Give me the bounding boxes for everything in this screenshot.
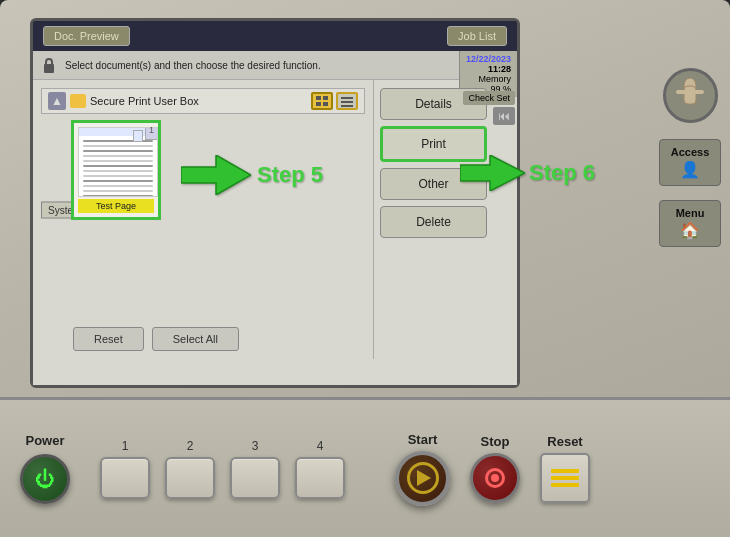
stop-section: Stop <box>470 434 520 503</box>
access-button[interactable]: Access 👤 <box>659 139 721 186</box>
bottom-buttons: Reset Select All <box>73 327 239 351</box>
svg-rect-2 <box>323 96 328 100</box>
num2-label: 2 <box>187 439 194 453</box>
reset-button[interactable]: Reset <box>73 327 144 351</box>
doc-count: 1 <box>149 125 154 135</box>
select-all-button[interactable]: Select All <box>152 327 239 351</box>
doc-lines <box>83 140 153 197</box>
reset-hw-label: Reset <box>547 434 582 449</box>
grid-view-button[interactable] <box>311 92 333 110</box>
number-buttons: 1 2 3 4 <box>100 439 345 499</box>
start-label: Start <box>408 432 438 447</box>
folder-icon <box>70 94 86 108</box>
doc-grid-area: System <box>41 120 365 300</box>
play-icon <box>417 470 431 486</box>
stop-inner <box>485 468 505 488</box>
num1-section: 1 <box>100 439 150 499</box>
step6-label: Step 6 <box>529 160 595 186</box>
printer-body: Doc. Preview Job List Select document(s)… <box>0 0 730 537</box>
num4-button[interactable] <box>295 457 345 499</box>
num4-label: 4 <box>317 439 324 453</box>
reset-hw-section: Reset <box>540 434 590 503</box>
control-panel: Power ⏻ 1 2 3 4 Start <box>0 397 730 537</box>
lock-icon <box>41 56 57 74</box>
start-button[interactable] <box>395 451 450 506</box>
svg-rect-3 <box>316 102 321 106</box>
stop-label: Stop <box>481 434 510 449</box>
num2-section: 2 <box>165 439 215 499</box>
stop-dot <box>491 474 499 482</box>
step6-arrow <box>460 155 525 191</box>
info-message: Select document(s) and then choose the d… <box>65 60 509 71</box>
view-icons <box>311 92 358 110</box>
num3-section: 3 <box>230 439 280 499</box>
delete-button[interactable]: Delete <box>380 206 487 238</box>
svg-rect-5 <box>341 97 353 99</box>
doc-name: Test Page <box>78 199 154 213</box>
doc-preview-button[interactable]: Doc. Preview <box>43 26 130 46</box>
access-label: Access <box>664 146 716 158</box>
step5-arrow <box>181 155 251 195</box>
step5-label: Step 5 <box>257 162 323 188</box>
reset-line-2 <box>551 476 579 480</box>
info-bar: Select document(s) and then choose the d… <box>33 51 517 80</box>
svg-rect-7 <box>341 105 353 107</box>
date-text: 12/22/2023 <box>466 54 511 64</box>
start-inner <box>407 462 439 494</box>
up-button[interactable]: ▲ <box>48 92 66 110</box>
list-view-button[interactable] <box>336 92 358 110</box>
num3-button[interactable] <box>230 457 280 499</box>
touchscreen-icon <box>663 68 718 123</box>
reset-line-1 <box>551 469 579 473</box>
num4-section: 4 <box>295 439 345 499</box>
time-text: 11:28 <box>466 64 511 74</box>
svg-rect-0 <box>44 64 54 73</box>
right-action-panel: Details Print Other Delete <box>373 80 493 359</box>
screen-container: Doc. Preview Job List Select document(s)… <box>30 18 520 388</box>
hand-icon <box>675 78 705 113</box>
step6-annotation: Step 6 <box>460 155 595 191</box>
document-item[interactable]: 1 Test Page <box>71 120 161 220</box>
small-page-icon <box>133 130 143 142</box>
screen-content: Select document(s) and then choose the d… <box>33 51 517 385</box>
check-set-button[interactable]: Check Set <box>463 91 515 105</box>
svg-rect-1 <box>316 96 321 100</box>
left-panel: ▲ Secure Print User Box <box>33 80 373 359</box>
right-side-panel: Access 👤 Menu 🏠 <box>650 18 730 388</box>
power-label: Power <box>25 433 64 448</box>
svg-marker-9 <box>460 155 525 191</box>
svg-rect-11 <box>684 86 696 104</box>
menu-button[interactable]: Menu 🏠 <box>659 200 721 247</box>
power-button[interactable]: ⏻ <box>20 454 70 504</box>
menu-icon: 🏠 <box>664 221 716 240</box>
stop-button[interactable] <box>470 453 520 503</box>
start-section: Start <box>395 432 450 506</box>
num1-label: 1 <box>122 439 129 453</box>
num1-button[interactable] <box>100 457 150 499</box>
reset-line-3 <box>551 483 579 487</box>
menu-label: Menu <box>664 207 716 219</box>
svg-marker-8 <box>181 155 251 195</box>
svg-rect-6 <box>341 101 353 103</box>
power-section: Power ⏻ <box>20 433 70 504</box>
folder-bar: ▲ Secure Print User Box <box>41 88 365 114</box>
folder-title: Secure Print User Box <box>90 95 199 107</box>
screen-topbar: Doc. Preview Job List <box>33 21 517 51</box>
num3-label: 3 <box>252 439 259 453</box>
work-area: ▲ Secure Print User Box <box>33 80 517 359</box>
num2-button[interactable] <box>165 457 215 499</box>
svg-rect-4 <box>323 102 328 106</box>
reset-hw-button[interactable] <box>540 453 590 503</box>
access-icon: 👤 <box>664 160 716 179</box>
step5-annotation: Step 5 <box>181 155 323 195</box>
doc-thumbnail <box>78 127 158 197</box>
job-list-button[interactable]: Job List <box>447 26 507 46</box>
